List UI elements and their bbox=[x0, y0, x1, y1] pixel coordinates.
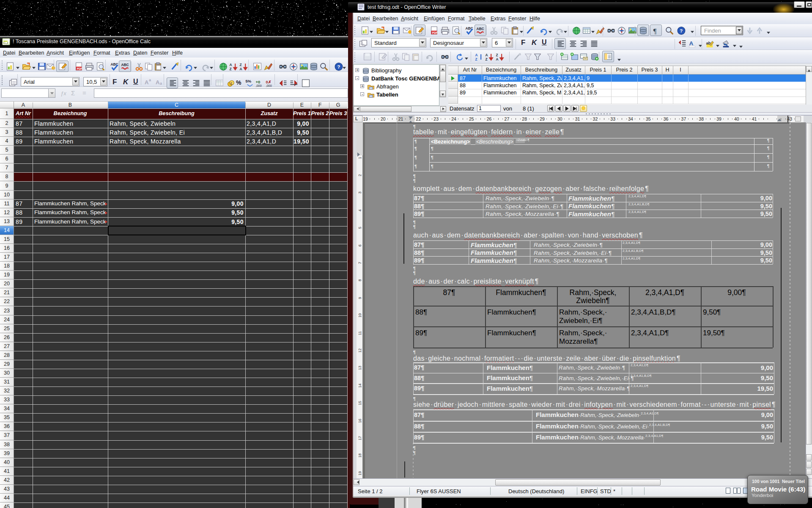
svg-text:A: A bbox=[689, 40, 694, 47]
svg-text:+0: +0 bbox=[255, 80, 260, 84]
svg-text:PDF: PDF bbox=[432, 31, 438, 34]
svg-text:,000: ,000 bbox=[255, 84, 261, 88]
svg-text:Z: Z bbox=[230, 67, 232, 71]
svg-text:A: A bbox=[240, 67, 242, 71]
svg-text:Z: Z bbox=[475, 57, 477, 61]
svg-text:A: A bbox=[496, 57, 499, 61]
svg-text:PDF: PDF bbox=[77, 67, 82, 70]
svg-text:¶: ¶ bbox=[653, 27, 657, 35]
svg-text:Z: Z bbox=[486, 57, 488, 61]
svg-text:?: ? bbox=[337, 64, 340, 69]
svg-text:ABC: ABC bbox=[121, 63, 129, 67]
svg-text:ABC: ABC bbox=[477, 27, 484, 31]
svg-text:5%: 5% bbox=[245, 79, 251, 83]
svg-text:€: € bbox=[230, 81, 233, 86]
svg-text:,000: ,000 bbox=[266, 84, 272, 88]
svg-text:?: ? bbox=[680, 28, 683, 33]
svg-text:0✗: 0✗ bbox=[266, 80, 271, 84]
